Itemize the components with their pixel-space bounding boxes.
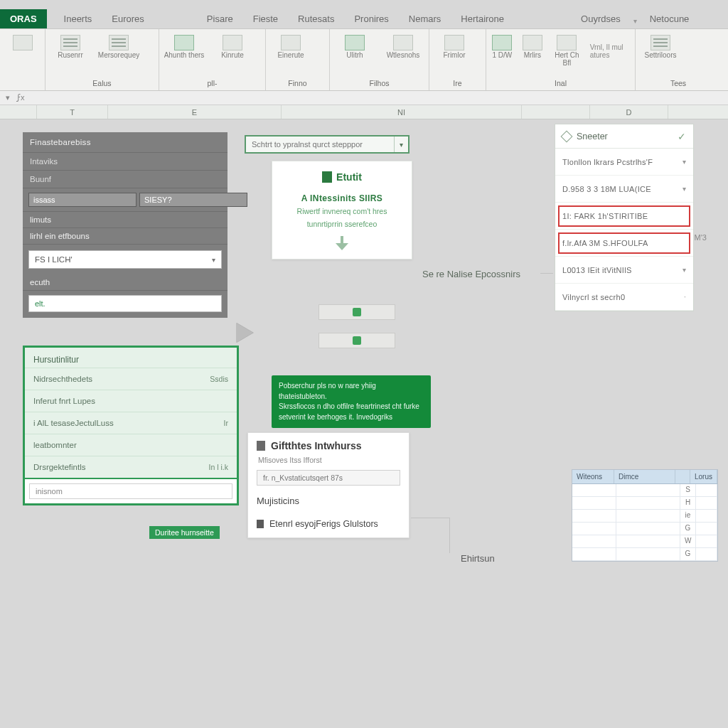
mt-head-4[interactable]: Lorus	[690, 470, 717, 483]
panel-input-b[interactable]	[139, 193, 247, 207]
center-search[interactable]: ▾	[245, 135, 410, 154]
ribbon-btn-kinrute[interactable]: Kinrute	[212, 35, 253, 60]
slicer-row-highlight[interactable]: f.lr.AfA 3M S.HFOULFA	[555, 230, 693, 257]
ribbon-btn-rusenrr[interactable]: Rusenrr	[50, 35, 91, 60]
panel-row-ecuth[interactable]: ecuth	[23, 274, 228, 291]
folders-subtitle: Mfisoves Itss Ifforst	[258, 456, 400, 464]
ribbon-btn-einerute[interactable]: Einerute	[270, 35, 311, 60]
panel-search-input[interactable]	[28, 295, 222, 312]
panel-select-value: FS I LICH'	[35, 255, 73, 264]
table-row[interactable]: G	[572, 548, 717, 561]
ribbon-btn-mersorequey[interactable]: Mersorequey	[98, 35, 139, 60]
mini-action-1[interactable]	[318, 304, 395, 320]
panel-row-intaviks[interactable]: Intaviks	[23, 153, 228, 171]
suggestion-item[interactable]: leatbomnter	[25, 434, 237, 456]
panel-row-lirhl[interactable]: lirhl ein etfbouns	[23, 228, 228, 245]
slicer-row[interactable]: L0013 IEit itVitNIlS▾	[555, 257, 693, 284]
ribbon-btn-clipboard[interactable]	[4, 35, 41, 60]
suggestion-input[interactable]	[29, 483, 232, 499]
suggestion-item[interactable]: DrsrgektefintlsIn l i.k	[25, 456, 237, 478]
promo-sub1: Riwertf invnereq com't hres	[279, 206, 405, 216]
suggestion-item[interactable]: NidrsechthedetsSsdis	[25, 368, 237, 390]
tab-ouyrdses[interactable]: Ouyrdses	[571, 9, 631, 28]
tab-fieste[interactable]: Fieste	[243, 9, 288, 28]
tab-pronires[interactable]: Pronires	[344, 9, 398, 28]
folders-item-2[interactable]: Etenrl esyojFerigs Glulstors	[257, 519, 400, 529]
table-row[interactable]: S	[572, 484, 717, 497]
table-row[interactable]: G	[572, 523, 717, 535]
center-search-input[interactable]	[246, 140, 394, 149]
ribbon-btn-wtlesnohs[interactable]: Wtlesnohs	[382, 35, 424, 60]
col-NI[interactable]: NI	[282, 105, 522, 119]
mt-head-3[interactable]	[675, 470, 690, 483]
slicer-row-highlight[interactable]: 1I: FARK 1h'STIRITIBE	[555, 203, 693, 230]
ribbon-group-inal: Inal	[491, 79, 631, 89]
ribbon-btn-frimlor[interactable]: Frimlor	[434, 35, 475, 60]
tab-rutesats[interactable]: Rutesats	[288, 9, 344, 28]
tab-nemars[interactable]: Nemars	[399, 9, 451, 28]
table-row[interactable]: W	[572, 535, 717, 548]
ribbon-group-ire: Ire	[434, 79, 481, 89]
tab-inserts[interactable]: Ineerts	[54, 9, 102, 28]
table-row[interactable]: H	[572, 497, 717, 510]
tab-hertairone[interactable]: Hertairone	[451, 9, 514, 28]
check-icon	[353, 308, 361, 316]
tab-active[interactable]: ORAS	[0, 9, 47, 28]
ribbon-btn-hertchbfl[interactable]: Hert Ch Bfl	[551, 35, 582, 67]
ribbon-group-finno: Finno	[270, 79, 325, 89]
tab-dropdown-icon[interactable]: ▾	[633, 17, 637, 25]
slicer-row[interactable]: D.958 3 3 18M LUA(ICE▾	[555, 176, 693, 203]
slicer-row[interactable]: Vilnycrl st secrh0·	[555, 284, 693, 311]
promo-headline: A INtessinits SIIRS	[279, 193, 405, 203]
slicer-header[interactable]: Sneeter ✓	[555, 124, 693, 149]
mini-table: Witeons Dimce Lorus S H ie G W G	[572, 469, 718, 562]
suggestion-header: Hursutinlitur	[25, 348, 237, 368]
worksheet-canvas: Finastebarebiss Intaviks Buunf limuts li…	[0, 119, 728, 728]
col-D[interactable]: D	[590, 105, 668, 119]
ribbon-btn-1dw[interactable]: 1 D/W	[491, 35, 514, 67]
panel-input-a[interactable]	[28, 193, 136, 207]
mt-head-2[interactable]: Dimce	[614, 470, 675, 483]
suggestion-item[interactable]: i AlL tesaseJectulLussIr	[25, 412, 237, 434]
ribbon-group-filhos: Filhos	[334, 79, 424, 89]
folders-item-1[interactable]: Mujisticins	[257, 496, 400, 506]
panel-title: Finastebarebiss	[23, 132, 228, 153]
suggestion-item[interactable]: Inferut fnrt Lupes	[25, 390, 237, 412]
ribbon-btn-settriloors[interactable]: Settriloors	[640, 35, 681, 60]
check-icon	[353, 336, 361, 345]
chevron-down-icon: ▾	[212, 256, 215, 264]
panel-select[interactable]: FS I LICH' ▾	[28, 250, 222, 269]
mt-head-1[interactable]: Witeons	[572, 470, 614, 483]
ribbon-btn-ulitrh[interactable]: Ulitrh	[334, 35, 375, 60]
col-E[interactable]: E	[108, 105, 282, 119]
ribbon-btn-mrlirs[interactable]: Mrlirs	[521, 35, 545, 67]
ribbon: Rusenrr Mersorequey Ealus Ahunth thers K…	[0, 28, 728, 91]
ribbon-btn-ahunth[interactable]: Ahunth thers	[164, 35, 205, 60]
chevron-down-icon: ▾	[682, 266, 686, 274]
info-tooltip: Pobserchur pls no w nare yhiig thateistu…	[272, 375, 431, 428]
suggestion-popup: Hursutinlitur NidrsechthedetsSsdis Infer…	[23, 346, 239, 505]
tab-netocune[interactable]: Netocune	[640, 9, 700, 28]
ribbon-group-tees: Tees	[640, 79, 717, 89]
ribbon-group-ealus: Ealus	[50, 79, 154, 89]
chevron-down-icon: ▾	[682, 185, 686, 193]
slicer-row[interactable]: Tlonllon lkrars Pcstrlhs'F▾	[555, 149, 693, 176]
doc-icon	[257, 520, 264, 528]
mini-action-2[interactable]	[318, 333, 395, 348]
center-search-dropdown[interactable]: ▾	[394, 136, 408, 152]
namebox[interactable]: ▾	[6, 93, 10, 102]
tab-eurores[interactable]: Eurores	[102, 9, 154, 28]
panel-row-buunf[interactable]: Buunf	[23, 171, 228, 188]
fx-icon[interactable]: ϝx	[17, 93, 25, 102]
tab-pisare[interactable]: Pisare	[197, 9, 243, 28]
arrow-right-icon	[236, 323, 253, 343]
ribbon-group-pll: pll-	[164, 79, 261, 89]
table-row[interactable]: ie	[572, 510, 717, 523]
free-label-ehirtsun: Ehirtsun	[461, 553, 495, 564]
col-T[interactable]: T	[37, 105, 108, 119]
folders-path[interactable]: fr. n_Kvstaticutsqert 87s	[257, 470, 400, 486]
slicer-title: Sneeter	[577, 132, 608, 141]
panel-row-limuts[interactable]: limuts	[23, 212, 228, 228]
check-icon[interactable]: ✓	[678, 131, 686, 142]
folders-title: Giftthtes Intwhurss	[257, 440, 400, 451]
